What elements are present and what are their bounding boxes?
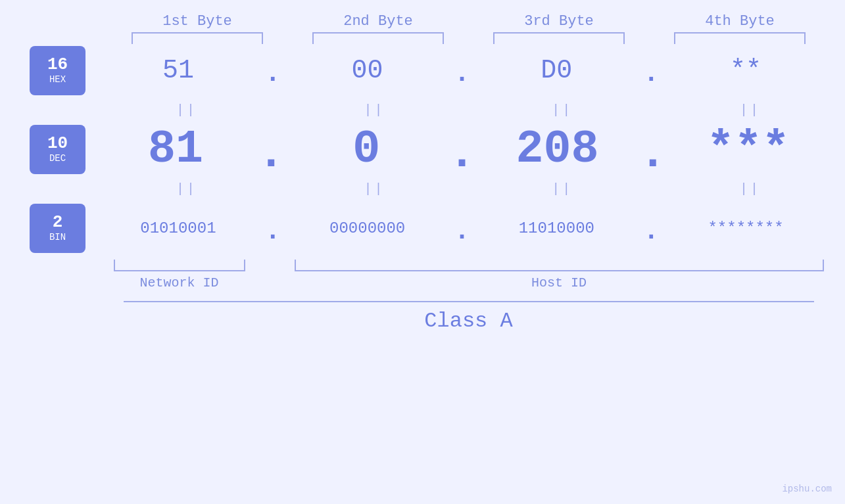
bracket-top-4 <box>674 32 806 44</box>
dbar2-2: || <box>302 181 447 196</box>
bin-dot-1: . <box>265 217 281 246</box>
hex-dot-1: . <box>265 59 281 89</box>
hex-badge-number: 16 <box>47 56 68 73</box>
network-id-label: Network ID <box>114 275 245 290</box>
bracket-top-1 <box>132 32 263 44</box>
hex-badge: 16 HEX <box>30 46 85 95</box>
dbar2-3: || <box>490 181 635 196</box>
bin-dot-2: . <box>454 217 470 246</box>
top-brackets <box>107 32 831 44</box>
dec-b2: 0 <box>294 124 439 175</box>
sep-hex-dec-values: || || || || <box>112 103 825 118</box>
bin-dot-3: . <box>643 217 659 246</box>
dbar2-4: || <box>678 181 823 196</box>
host-id-label: Host ID <box>295 275 824 290</box>
watermark: ipshu.com <box>782 484 832 494</box>
byte-headers: 1st Byte 2nd Byte 3rd Byte 4th Byte <box>107 13 831 30</box>
class-label: Class A <box>424 309 512 333</box>
bin-b3: 11010000 <box>484 219 629 237</box>
bracket-top-2 <box>312 32 444 44</box>
hex-row: 16 HEX 51 . 00 . D0 . ** <box>0 44 845 97</box>
sep-dec-bin-values: || || || || <box>112 181 825 196</box>
byte2-header: 2nd Byte <box>306 13 450 30</box>
dbar2-1: || <box>114 181 259 196</box>
bin-values: 01010001 . 00000000 . 11010000 . *******… <box>99 217 825 240</box>
hex-badge-label: HEX <box>49 74 66 85</box>
dec-row: 10 DEC 81 . 0 . 208 . *** <box>0 123 845 175</box>
hex-values: 51 . 00 . D0 . ** <box>99 56 825 85</box>
dec-b1: 81 <box>103 124 248 175</box>
dbar-1: || <box>114 103 259 118</box>
class-section: Class A <box>124 301 814 333</box>
hex-b2: 00 <box>295 56 440 85</box>
hex-dot-2: . <box>454 59 470 89</box>
dec-values: 81 . 0 . 208 . *** <box>99 124 825 175</box>
bin-badge: 2 BIN <box>30 204 85 253</box>
bin-badge-number: 2 <box>53 214 63 231</box>
bracket-top-3 <box>493 32 625 44</box>
bin-b4: ******** <box>673 219 818 237</box>
dec-badge: 10 DEC <box>30 125 85 174</box>
byte3-header: 3rd Byte <box>487 13 631 30</box>
sep-dec-bin: || || || || <box>0 175 845 202</box>
dec-dot-3: . <box>639 128 667 180</box>
bin-b2: 00000000 <box>295 219 440 237</box>
hex-b1: 51 <box>106 56 251 85</box>
id-labels: Network ID Host ID <box>107 275 831 290</box>
host-bracket <box>295 260 824 271</box>
dec-b3: 208 <box>485 124 630 175</box>
dec-dot-2: . <box>448 128 475 180</box>
bin-row: 2 BIN 01010001 . 00000000 . 11010000 . *… <box>0 202 845 254</box>
byte4-header: 4th Byte <box>667 13 812 30</box>
sep-hex-dec: || || || || <box>0 97 845 123</box>
bin-b1: 01010001 <box>106 219 251 237</box>
network-bracket <box>114 260 245 271</box>
dbar-4: || <box>678 103 823 118</box>
hex-b3: D0 <box>484 56 629 85</box>
main-container: 1st Byte 2nd Byte 3rd Byte 4th Byte 16 H… <box>0 0 845 504</box>
bottom-brackets-row <box>107 260 831 271</box>
byte1-header: 1st Byte <box>125 13 270 30</box>
dbar-3: || <box>490 103 635 118</box>
hex-b4: ** <box>673 56 818 85</box>
bin-badge-label: BIN <box>49 232 66 242</box>
dec-b4: *** <box>676 124 821 175</box>
dec-badge-label: DEC <box>49 153 66 164</box>
dbar-2: || <box>302 103 447 118</box>
class-line <box>124 301 814 302</box>
dec-badge-number: 10 <box>47 135 68 152</box>
hex-dot-3: . <box>643 59 659 89</box>
dec-dot-1: . <box>257 128 285 180</box>
